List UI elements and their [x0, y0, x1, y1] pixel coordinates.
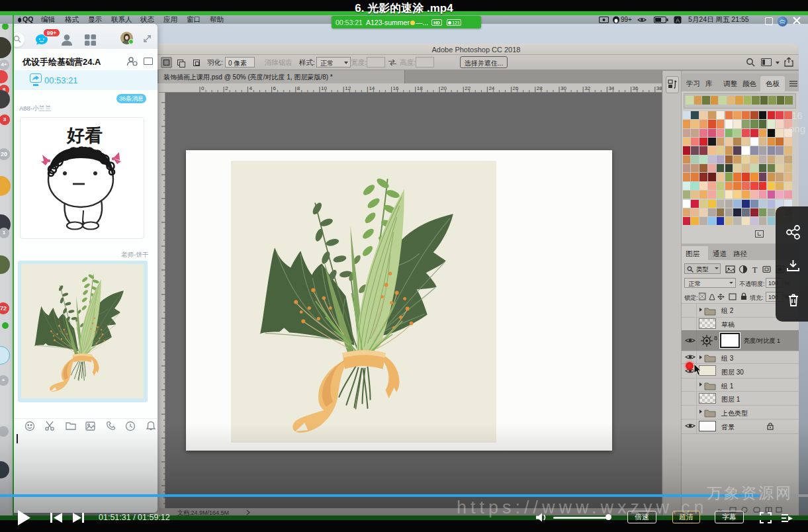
- svg-text:34: 34: [608, 85, 614, 91]
- svg-text:32: 32: [584, 85, 590, 91]
- svg-text:10: 10: [321, 85, 327, 91]
- svg-text:好看: 好看: [66, 126, 103, 146]
- svg-text:30: 30: [561, 85, 566, 91]
- svg-text:22: 22: [465, 85, 471, 91]
- svg-text:6: 6: [273, 85, 277, 91]
- svg-text:18: 18: [417, 85, 423, 91]
- svg-text:26: 26: [513, 85, 519, 91]
- svg-text:24: 24: [488, 85, 494, 91]
- svg-text:A: A: [676, 17, 680, 24]
- svg-text:36: 36: [633, 85, 639, 91]
- svg-text:14: 14: [369, 85, 375, 91]
- svg-text:38: 38: [656, 85, 662, 91]
- svg-text:16: 16: [393, 85, 399, 91]
- svg-text:8: 8: [297, 85, 300, 91]
- svg-text:4: 4: [249, 85, 252, 91]
- svg-text:2: 2: [225, 85, 228, 91]
- svg-text:T: T: [752, 265, 758, 275]
- svg-text:20: 20: [441, 85, 447, 91]
- svg-text:28: 28: [537, 85, 543, 91]
- svg-text:0: 0: [201, 85, 204, 91]
- svg-text:12: 12: [345, 85, 351, 91]
